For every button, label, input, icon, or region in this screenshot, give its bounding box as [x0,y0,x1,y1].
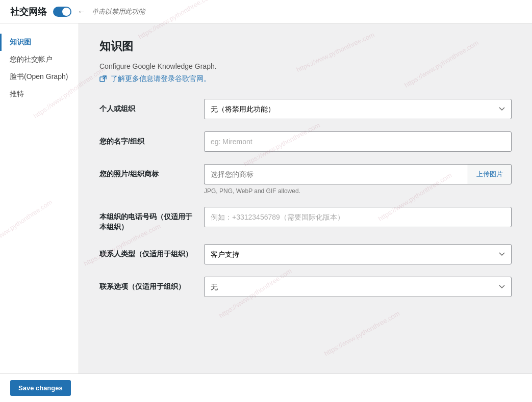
file-type-hint: JPG, PNG, WebP and GIF allowed. [204,187,512,195]
sidebar-item-twitter[interactable]: 推特 [0,86,79,103]
field-phone: 本组织的电话号码（仅适用于本组织） [99,207,512,232]
label-contact-options: 联系选项（仅适用于组织） [99,277,194,292]
description-text: Configure Google Knowledge Graph. [99,62,512,70]
toggle-hint: 单击以禁用此功能 [92,7,145,16]
page-header-title: 社交网络 [10,6,47,18]
label-photo-logo: 您的照片/组织商标 [99,164,194,179]
back-arrow[interactable]: ← [78,7,86,16]
sidebar-item-knowledge-graph[interactable]: 知识图 [0,34,79,51]
select-person-or-org[interactable]: 无（将禁用此功能） 个人 组织 [204,99,512,119]
footer-bar: Save changes [0,373,532,402]
control-person-or-org: 无（将禁用此功能） 个人 组织 [204,99,512,119]
select-contact-options[interactable]: 无 聋哑人服务 多语言支持 [204,277,512,297]
main-layout: 知识图 您的社交帐户 脸书(Open Graph) 推特 知识图 Configu… [0,23,532,402]
label-phone: 本组织的电话号码（仅适用于本组织） [99,207,194,232]
field-name-org: 您的名字/组织 [99,131,512,152]
field-contact-options: 联系选项（仅适用于组织） 无 聋哑人服务 多语言支持 [99,277,512,297]
control-contact-type: 客户支持 技术支持 账单支持 销售 [204,244,512,264]
header: 社交网络 ← 单击以禁用此功能 [0,0,532,23]
field-photo-logo: 您的照片/组织商标 上传图片 JPG, PNG, WebP and GIF al… [99,164,512,195]
image-upload-row: 上传图片 [204,164,512,184]
upload-image-button[interactable]: 上传图片 [468,164,512,184]
external-link-icon [99,75,107,83]
control-contact-options: 无 聋哑人服务 多语言支持 [204,277,512,297]
label-person-or-org: 个人或组织 [99,99,194,114]
page-title: 知识图 [99,39,512,54]
label-name-org: 您的名字/组织 [99,131,194,147]
select-contact-type[interactable]: 客户支持 技术支持 账单支持 销售 [204,244,512,264]
field-contact-type: 联系人类型（仅适用于组织） 客户支持 技术支持 账单支持 销售 [99,244,512,264]
input-phone[interactable] [204,207,512,227]
save-changes-button[interactable]: Save changes [10,380,71,396]
control-photo-logo: 上传图片 JPG, PNG, WebP and GIF allowed. [204,164,512,195]
learn-more-link[interactable]: 了解更多信息请登录谷歌官网。 [99,74,211,84]
input-name-org[interactable] [204,131,512,152]
control-phone [204,207,512,227]
input-logo-path[interactable] [204,164,468,184]
sidebar-item-social-account[interactable]: 您的社交帐户 [0,51,79,68]
sidebar-item-open-graph[interactable]: 脸书(Open Graph) [0,68,79,86]
control-name-org [204,131,512,152]
label-contact-type: 联系人类型（仅适用于组织） [99,244,194,259]
main-content: 知识图 Configure Google Knowledge Graph. 了解… [79,23,532,402]
field-person-or-org: 个人或组织 无（将禁用此功能） 个人 组织 [99,99,512,119]
feature-toggle[interactable] [53,7,71,17]
sidebar: 知识图 您的社交帐户 脸书(Open Graph) 推特 [0,23,79,402]
